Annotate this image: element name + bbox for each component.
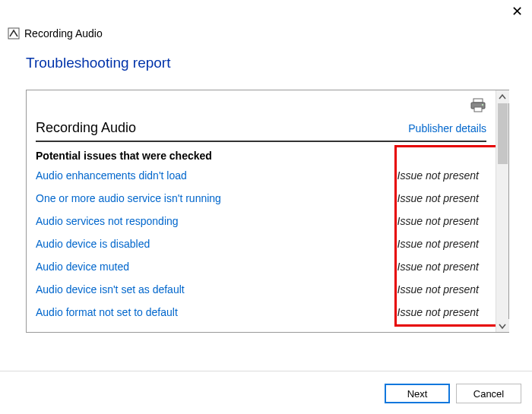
issue-link[interactable]: Audio device isn't set as default <box>36 283 185 295</box>
issue-row: Audio enhancements didn't loadIssue not … <box>36 169 486 182</box>
issue-status: Issue not present <box>397 261 486 273</box>
page-title: Troubleshooting report <box>26 55 509 71</box>
issue-row: Audio device is disabledIssue not presen… <box>36 238 486 250</box>
scroll-track[interactable] <box>498 103 508 319</box>
issue-status: Issue not present <box>397 283 486 295</box>
report-body: Recording Audio Publisher details Potent… <box>27 90 496 332</box>
issue-row: Audio device mutedIssue not present <box>36 261 486 273</box>
title-bar: Recording Audio <box>0 0 532 44</box>
scrollbar-vertical[interactable] <box>496 90 508 332</box>
issues-heading: Potential issues that were checked <box>36 150 486 162</box>
footer-divider <box>0 371 532 371</box>
close-icon[interactable]: ✕ <box>511 3 523 20</box>
app-icon <box>8 27 20 40</box>
scroll-thumb[interactable] <box>498 103 508 164</box>
issue-status: Issue not present <box>397 192 486 204</box>
issue-row: One or more audio service isn't runningI… <box>36 192 486 204</box>
issue-status: Issue not present <box>397 306 486 318</box>
next-button[interactable]: Next <box>385 384 450 403</box>
issue-link[interactable]: Audio device muted <box>36 261 129 273</box>
svg-point-4 <box>482 104 483 106</box>
window-title: Recording Audio <box>24 27 103 40</box>
issue-link[interactable]: Audio enhancements didn't load <box>36 169 187 182</box>
issue-link[interactable]: Audio format not set to default <box>36 306 178 318</box>
issue-row: Audio services not respondingIssue not p… <box>36 215 486 227</box>
report-panel: Recording Audio Publisher details Potent… <box>26 90 509 333</box>
print-icon[interactable] <box>470 98 486 115</box>
scroll-down-arrow-icon[interactable] <box>496 319 509 332</box>
issue-link[interactable]: Audio services not responding <box>36 215 179 227</box>
issue-link[interactable]: Audio device is disabled <box>36 238 150 250</box>
issue-status: Issue not present <box>397 238 486 250</box>
issue-row: Audio device isn't set as defaultIssue n… <box>36 283 486 295</box>
svg-rect-3 <box>474 107 482 112</box>
issue-status: Issue not present <box>397 169 486 182</box>
issue-row: Audio format not set to defaultIssue not… <box>36 306 486 318</box>
publisher-details-link[interactable]: Publisher details <box>408 122 486 134</box>
section-title: Recording Audio <box>36 120 136 136</box>
svg-rect-1 <box>473 99 483 103</box>
issues-list: Audio enhancements didn't loadIssue not … <box>36 169 486 318</box>
issue-link[interactable]: One or more audio service isn't running <box>36 192 221 204</box>
scroll-up-arrow-icon[interactable] <box>496 90 509 103</box>
issue-status: Issue not present <box>397 215 486 227</box>
dialog-buttons: Next Cancel <box>385 384 521 403</box>
cancel-button[interactable]: Cancel <box>456 384 521 403</box>
